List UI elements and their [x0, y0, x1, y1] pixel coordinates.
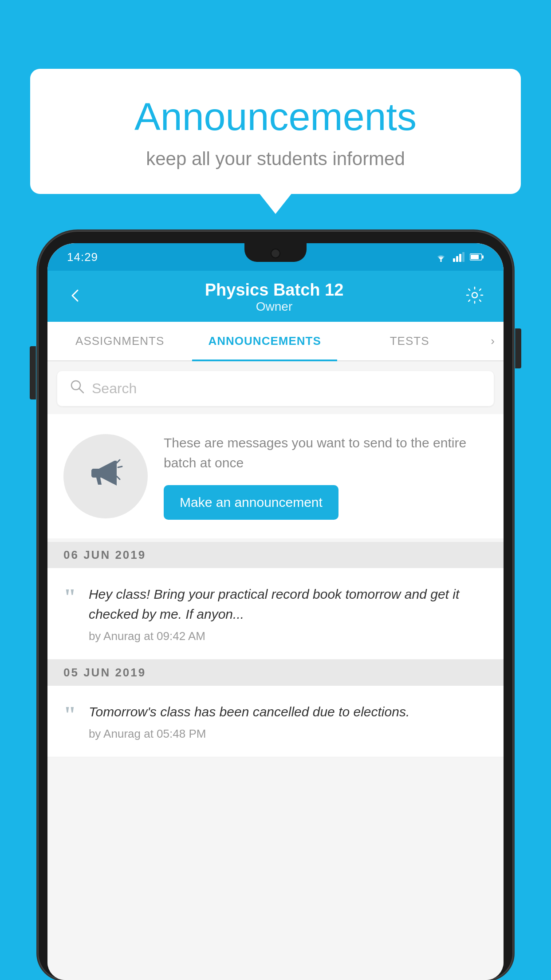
make-announcement-button[interactable]: Make an announcement [164, 485, 338, 520]
svg-rect-1 [453, 258, 455, 262]
tab-tests[interactable]: TESTS [337, 322, 482, 360]
phone-notch [244, 243, 307, 262]
svg-line-11 [117, 460, 120, 463]
svg-line-13 [117, 476, 120, 479]
svg-point-0 [440, 260, 442, 262]
announcement-content-1: Hey class! Bring your practical record b… [89, 584, 488, 643]
date-divider-2: 05 JUN 2019 [47, 660, 504, 686]
signal-icon [453, 252, 464, 262]
phone-inner: 14:29 [47, 243, 504, 980]
svg-rect-4 [462, 252, 464, 262]
back-button[interactable] [67, 287, 83, 308]
app-header: Physics Batch 12 Owner [47, 271, 504, 322]
tabs-bar: ASSIGNMENTS ANNOUNCEMENTS TESTS › [47, 322, 504, 361]
megaphone-circle [63, 434, 148, 518]
announcement-item-2[interactable]: " Tomorrow's class has been cancelled du… [47, 686, 504, 757]
speech-bubble-card: Announcements keep all your students inf… [30, 69, 521, 194]
header-center: Physics Batch 12 Owner [205, 281, 344, 314]
bubble-title: Announcements [66, 95, 485, 138]
search-bar[interactable]: Search [57, 371, 494, 406]
settings-button[interactable] [465, 286, 484, 308]
svg-rect-6 [482, 256, 484, 259]
content-area: Search [47, 361, 504, 980]
speech-bubble-section: Announcements keep all your students inf… [30, 69, 521, 194]
status-icons [434, 252, 484, 262]
promo-card: These are messages you want to send to t… [47, 414, 504, 538]
svg-line-12 [118, 466, 122, 467]
tab-more[interactable]: › [482, 322, 504, 360]
search-placeholder-text: Search [92, 380, 137, 397]
tab-assignments[interactable]: ASSIGNMENTS [47, 322, 192, 360]
phone-outer: 14:29 [38, 231, 513, 980]
batch-title: Physics Batch 12 [205, 281, 344, 300]
phone-frame: 14:29 [38, 231, 513, 980]
svg-point-8 [472, 292, 477, 298]
announcement-item-1[interactable]: " Hey class! Bring your practical record… [47, 568, 504, 660]
announcement-text-2: Tomorrow's class has been cancelled due … [89, 702, 488, 722]
battery-icon [470, 253, 484, 261]
megaphone-icon [86, 452, 126, 501]
announcement-text-1: Hey class! Bring your practical record b… [89, 584, 488, 624]
quote-icon-2: " [63, 703, 76, 727]
wifi-icon [434, 252, 448, 262]
announcement-meta-2: by Anurag at 05:48 PM [89, 727, 488, 741]
owner-label: Owner [205, 300, 344, 314]
status-time: 14:29 [67, 250, 98, 264]
bubble-subtitle: keep all your students informed [66, 148, 485, 170]
svg-rect-3 [459, 254, 461, 262]
announcement-meta-1: by Anurag at 09:42 AM [89, 629, 488, 643]
svg-rect-2 [456, 256, 458, 262]
camera-icon [271, 249, 280, 258]
announcement-content-2: Tomorrow's class has been cancelled due … [89, 702, 488, 741]
svg-line-10 [79, 388, 83, 393]
search-icon [70, 379, 85, 398]
status-bar: 14:29 [47, 243, 504, 271]
promo-right: These are messages you want to send to t… [164, 433, 488, 520]
tab-announcements[interactable]: ANNOUNCEMENTS [192, 322, 337, 360]
svg-rect-7 [471, 255, 479, 259]
quote-icon-1: " [63, 586, 76, 609]
date-divider-1: 06 JUN 2019 [47, 542, 504, 568]
promo-description: These are messages you want to send to t… [164, 433, 488, 473]
